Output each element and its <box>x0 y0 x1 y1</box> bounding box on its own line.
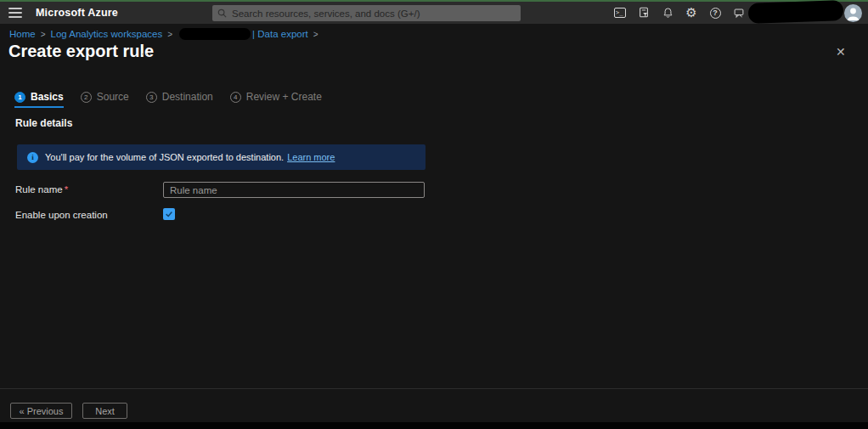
redacted-workspace-name <box>179 28 251 40</box>
info-banner: i You'll pay for the volume of JSON expo… <box>17 144 426 170</box>
settings-gear-icon[interactable]: ⚙ <box>679 2 703 24</box>
footer-divider <box>0 388 868 389</box>
breadcrumb-separator: > <box>41 30 46 39</box>
step-number: 1 <box>14 92 25 103</box>
breadcrumb-separator: > <box>313 30 318 39</box>
learn-more-link[interactable]: Learn more <box>287 152 335 162</box>
step-number: 2 <box>81 92 92 103</box>
info-icon: i <box>27 152 38 163</box>
enable-upon-creation-checkbox[interactable] <box>163 208 175 220</box>
breadcrumb-separator: > <box>167 30 172 39</box>
search-input[interactable] <box>232 8 516 19</box>
global-search[interactable] <box>212 5 521 21</box>
help-icon[interactable]: ? <box>703 2 727 24</box>
more-options-icon[interactable]: ··· <box>141 48 153 59</box>
breadcrumb-home-link[interactable]: Home <box>9 29 36 39</box>
tab-label: Review + Create <box>246 91 322 103</box>
step-number: 3 <box>146 92 157 103</box>
required-asterisk: * <box>65 184 68 195</box>
banner-text: You'll pay for the volume of JSON export… <box>45 152 284 162</box>
rule-name-label: Rule name* <box>15 184 68 195</box>
person-icon <box>844 4 862 22</box>
breadcrumb-data-export-link[interactable]: | Data export <box>252 29 308 39</box>
tab-review-create[interactable]: 4 Review + Create <box>230 91 322 108</box>
close-icon[interactable]: ✕ <box>836 46 846 58</box>
account-avatar[interactable] <box>844 4 862 22</box>
azure-brand-title: Microsoft Azure <box>36 7 118 19</box>
directories-subscriptions-icon[interactable] <box>632 2 656 24</box>
tab-destination[interactable]: 3 Destination <box>146 91 213 108</box>
previous-button[interactable]: « Previous <box>10 403 72 419</box>
step-number: 4 <box>230 92 241 103</box>
breadcrumb: Home > Log Analytics workspaces > | Data… <box>9 28 324 40</box>
page-content: Home > Log Analytics workspaces > | Data… <box>0 24 868 422</box>
cloud-shell-icon[interactable]: >_ <box>608 2 632 24</box>
breadcrumb-workspaces-link[interactable]: Log Analytics workspaces <box>51 29 163 39</box>
notifications-bell-icon[interactable] <box>656 2 679 24</box>
next-button[interactable]: Next <box>82 403 127 419</box>
hamburger-menu-icon[interactable] <box>8 8 22 18</box>
enable-upon-creation-label: Enable upon creation <box>15 210 108 220</box>
search-icon <box>217 8 227 18</box>
tab-basics[interactable]: 1 Basics <box>14 91 64 108</box>
rule-name-input[interactable] <box>163 182 425 198</box>
page-title: Create export rule <box>8 42 154 61</box>
tab-label: Basics <box>31 91 64 103</box>
wizard-tabs: 1 Basics 2 Source 3 Destination 4 Review… <box>14 91 322 108</box>
feedback-icon[interactable] <box>727 2 751 24</box>
tab-label: Source <box>97 91 129 103</box>
tab-label: Destination <box>162 91 213 103</box>
section-heading: Rule details <box>15 117 72 129</box>
checkmark-icon <box>165 210 173 218</box>
tab-source[interactable]: 2 Source <box>81 91 129 108</box>
azure-top-bar: Microsoft Azure >_ ⚙ ? <box>0 2 868 24</box>
redacted-account-name <box>748 0 844 24</box>
